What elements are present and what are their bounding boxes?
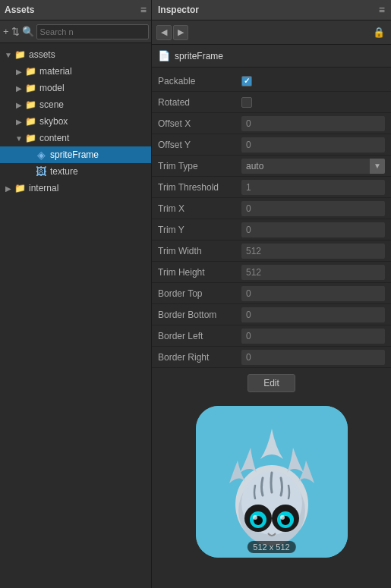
file-icon-spriteframe: ◈	[35, 149, 47, 161]
prop-value-trim-type: auto ▼	[241, 159, 385, 174]
rotated-checkbox[interactable]	[241, 97, 252, 108]
prop-label-trim-width: Trim Width	[158, 246, 241, 256]
prop-label-trim-height: Trim Height	[158, 267, 241, 278]
assets-panel-header: Assets ≡	[0, 0, 151, 20]
tree-item-skybox[interactable]: ▶ 📁 skybox	[0, 113, 151, 130]
assets-panel-title: Assets	[5, 5, 34, 15]
prop-row-trim-threshold: Trim Threshold	[152, 177, 391, 198]
prop-row-trim-height: Trim Height	[152, 262, 391, 283]
prop-label-packable: Packable	[158, 76, 241, 86]
svg-point-10	[253, 515, 257, 520]
prop-label-offset-y: Offset Y	[158, 140, 241, 150]
tree-label-assets: assets	[29, 49, 55, 60]
tree-item-assets[interactable]: ▼ 📁 assets	[0, 46, 151, 63]
prop-label-border-right: Border Right	[158, 352, 241, 363]
prop-row-trim-x: Trim X	[152, 198, 391, 219]
assets-panel: Assets ≡ + ⇅ 🔍 ↑ ↻ ▼ 📁 assets ▶ 📁 materi…	[0, 0, 152, 588]
add-button[interactable]: +	[3, 24, 9, 40]
assets-toolbar: + ⇅ 🔍 ↑ ↻	[0, 20, 151, 43]
prop-label-border-bottom: Border Bottom	[158, 310, 241, 320]
prop-row-trim-width: Trim Width	[152, 241, 391, 262]
search-input[interactable]	[36, 24, 149, 39]
folder-icon-content: 📁	[24, 132, 36, 144]
prop-row-offset-y: Offset Y	[152, 134, 391, 156]
prop-value-border-right	[241, 350, 385, 365]
trim-type-dropdown[interactable]: auto ▼	[241, 159, 385, 174]
prop-row-border-left: Border Left	[152, 325, 391, 347]
sort-button[interactable]: ⇅	[11, 24, 20, 40]
border-left-input[interactable]	[241, 329, 385, 344]
mascot-svg	[196, 406, 348, 558]
prop-row-packable: Packable	[152, 71, 391, 92]
prop-label-offset-x: Offset X	[158, 118, 241, 129]
edit-button[interactable]: Edit	[248, 374, 295, 392]
lock-button[interactable]: 🔒	[371, 25, 386, 40]
nav-forward-button[interactable]: ▶	[173, 25, 188, 40]
border-right-input[interactable]	[241, 350, 385, 365]
tree-item-model[interactable]: ▶ 📁 model	[0, 80, 151, 96]
search-button[interactable]: 🔍	[22, 24, 34, 40]
tree-arrow-model: ▶	[14, 84, 24, 93]
properties-area: Packable Rotated Offset X Offset Y	[152, 68, 391, 588]
prop-label-trim-x: Trim X	[158, 203, 241, 214]
preview-size-badge: 512 x 512	[247, 541, 295, 553]
border-bottom-input[interactable]	[241, 307, 385, 322]
trim-x-input[interactable]	[241, 201, 385, 216]
tree-item-spriteframe[interactable]: ◈ spriteFrame	[0, 146, 151, 163]
inspector-menu-icon[interactable]: ≡	[379, 4, 385, 16]
tree-item-content[interactable]: ▼ 📁 content	[0, 130, 151, 146]
nav-arrows: ◀ ▶	[156, 25, 188, 40]
prop-value-trim-width	[241, 244, 385, 259]
prop-label-border-left: Border Left	[158, 331, 241, 341]
trim-threshold-input[interactable]	[241, 180, 385, 195]
tree-item-texture[interactable]: 🖼 texture	[0, 163, 151, 180]
assets-menu-icon[interactable]: ≡	[140, 4, 147, 16]
trim-y-input[interactable]	[241, 222, 385, 237]
asset-file-icon: 📄	[158, 50, 170, 61]
prop-label-border-top: Border Top	[158, 288, 241, 299]
tree-label-spriteframe: spriteFrame	[50, 149, 99, 160]
file-icon-texture: 🖼	[35, 165, 47, 178]
folder-icon-model: 📁	[24, 82, 36, 94]
tree-arrow-scene: ▶	[14, 101, 24, 109]
nav-back-button[interactable]: ◀	[156, 25, 172, 40]
inspector-nav: ◀ ▶ 🔒	[152, 20, 391, 45]
folder-icon-assets: 📁	[14, 49, 26, 61]
prop-value-border-bottom	[241, 307, 385, 322]
prop-row-border-top: Border Top	[152, 283, 391, 304]
prop-row-trim-y: Trim Y	[152, 219, 391, 241]
folder-icon-skybox: 📁	[24, 115, 36, 127]
offset-x-input[interactable]	[241, 116, 385, 131]
asset-name-row: 📄 spriteFrame	[152, 45, 391, 68]
prop-label-trim-y: Trim Y	[158, 225, 241, 235]
prop-value-border-left	[241, 329, 385, 344]
trim-type-value: auto	[241, 161, 370, 171]
prop-value-trim-height	[241, 265, 385, 280]
prop-label-trim-threshold: Trim Threshold	[158, 182, 241, 193]
asset-name-label: spriteFrame	[175, 51, 223, 61]
tree-label-content: content	[39, 133, 69, 143]
tree-item-material[interactable]: ▶ 📁 material	[0, 63, 151, 80]
tree-item-internal[interactable]: ▶ 📁 internal	[0, 180, 151, 197]
prop-value-trim-x	[241, 201, 385, 216]
prop-value-trim-threshold	[241, 180, 385, 195]
trim-height-input[interactable]	[241, 265, 385, 280]
trim-width-input[interactable]	[241, 244, 385, 259]
prop-value-border-top	[241, 286, 385, 301]
edit-button-row: Edit	[152, 368, 391, 398]
offset-y-input[interactable]	[241, 137, 385, 153]
packable-checkbox[interactable]	[241, 76, 252, 86]
prop-value-packable	[241, 76, 385, 86]
inspector-header: Inspector ≡	[152, 0, 391, 20]
inspector-title: Inspector	[158, 5, 199, 15]
tree-arrow-content: ▼	[14, 134, 24, 143]
assets-tree: ▼ 📁 assets ▶ 📁 material ▶ 📁 model ▶ 📁 sc…	[0, 43, 151, 588]
svg-point-11	[280, 515, 285, 520]
preview-area: 512 x 512	[152, 398, 391, 565]
tree-label-scene: scene	[39, 99, 64, 110]
prop-row-offset-x: Offset X	[152, 113, 391, 134]
border-top-input[interactable]	[241, 286, 385, 301]
tree-label-model: model	[39, 83, 65, 93]
tree-item-scene[interactable]: ▶ 📁 scene	[0, 96, 151, 113]
prop-value-offset-y	[241, 137, 385, 153]
